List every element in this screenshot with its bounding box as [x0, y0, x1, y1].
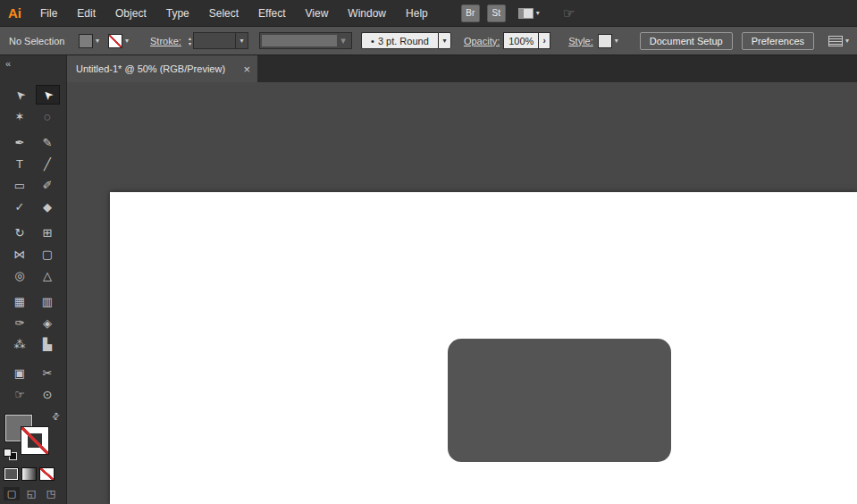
menu-window[interactable]: Window	[338, 0, 396, 27]
brush-definition-combo[interactable]: • 3 pt. Round ▾	[361, 32, 451, 49]
tool-row: ✒ ✎	[0, 131, 67, 153]
lasso-tool[interactable]: ◌	[36, 106, 60, 126]
fill-swatch[interactable]	[79, 34, 93, 48]
canvas-area[interactable]	[67, 82, 857, 504]
menu-file[interactable]: File	[30, 0, 67, 27]
stroke-color-control[interactable]: ▾	[108, 34, 129, 48]
menu-view[interactable]: View	[296, 0, 339, 27]
menu-help[interactable]: Help	[396, 0, 438, 27]
eyedropper-tool[interactable]: ✑	[8, 313, 32, 332]
line-segment-tool[interactable]: ╱	[36, 154, 60, 173]
color-button[interactable]	[4, 467, 19, 481]
mesh-tool-icon: ▦	[14, 296, 25, 307]
magic-wand-tool[interactable]: ✶	[8, 106, 32, 126]
control-panel-menu[interactable]: ▾	[828, 36, 849, 46]
menu-object[interactable]: Object	[105, 0, 156, 27]
tool-list: ➤ ➤ ✶ ◌ ✒ ✎ T ╱ ▭ ✐ ✓ ◆	[0, 84, 67, 405]
stroke-panel-link[interactable]: Stroke:	[150, 36, 181, 46]
draw-behind-icon[interactable]: ◱	[23, 487, 39, 500]
swap-fill-stroke-icon[interactable]: ⇄	[49, 410, 62, 423]
perspective-grid-tool-icon: △	[43, 270, 52, 281]
column-graph-tool[interactable]: ▙	[36, 334, 60, 354]
chevron-down-icon[interactable]: ▾	[438, 32, 451, 49]
slice-tool[interactable]: ✂	[36, 363, 60, 382]
artboard[interactable]	[110, 192, 857, 504]
document-tab[interactable]: Untitled-1* @ 50% (RGB/Preview) ×	[67, 55, 257, 82]
zoom-tool-icon: ⊙	[43, 389, 53, 400]
column-graph-tool-icon: ▙	[43, 339, 52, 350]
panel-menu-icon[interactable]	[828, 36, 843, 46]
menu-bar: Ai File Edit Object Type Select Effect V…	[0, 0, 857, 27]
document-tab-bar: Untitled-1* @ 50% (RGB/Preview) ×	[0, 55, 857, 82]
curvature-tool-icon: ✎	[43, 137, 53, 148]
line-segment-tool-icon: ╱	[44, 158, 51, 170]
hand-tool[interactable]: ☞	[8, 384, 32, 404]
chevron-down-icon[interactable]: ▾	[536, 9, 540, 17]
opacity-panel-link[interactable]: Opacity:	[464, 36, 500, 46]
rotate-tool[interactable]: ↻	[8, 223, 32, 242]
symbol-sprayer-tool[interactable]: ⁂	[8, 334, 32, 354]
fill-color-control[interactable]: ▾	[79, 34, 99, 48]
stepper-down-icon[interactable]: ▾	[189, 41, 191, 46]
bridge-button[interactable]: Br	[461, 4, 480, 22]
close-tab-icon[interactable]: ×	[243, 63, 250, 75]
illustrator-window: Ai File Edit Object Type Select Effect V…	[0, 0, 857, 504]
rounded-rectangle-shape[interactable]	[448, 339, 671, 462]
chevron-down-icon[interactable]: ▾	[96, 37, 99, 45]
stroke-indicator[interactable]	[21, 427, 48, 454]
eraser-tool[interactable]: ◆	[36, 197, 60, 216]
curvature-tool[interactable]: ✎	[36, 132, 60, 152]
mesh-tool[interactable]: ▦	[8, 291, 32, 311]
rectangle-tool[interactable]: ▭	[8, 175, 32, 195]
menu-type[interactable]: Type	[156, 0, 199, 27]
touch-workspace-icon[interactable]: ☞	[563, 5, 575, 21]
menu-effect[interactable]: Effect	[248, 0, 295, 27]
pen-tool[interactable]: ✒	[8, 132, 32, 152]
menu-edit[interactable]: Edit	[67, 0, 105, 27]
menu-select[interactable]: Select	[199, 0, 248, 27]
style-panel-link[interactable]: Style:	[568, 36, 593, 46]
stroke-none-swatch[interactable]	[108, 34, 122, 48]
hand-tool-icon: ☞	[14, 389, 25, 400]
slice-tool-icon: ✂	[43, 367, 53, 379]
shaper-tool[interactable]: ✓	[8, 197, 32, 216]
collapse-panel-icon[interactable]: «	[5, 58, 11, 69]
arrange-documents-icon[interactable]	[518, 8, 534, 19]
gradient-button[interactable]	[21, 467, 37, 481]
chevron-down-icon[interactable]: ▾	[239, 37, 243, 45]
chevron-down-icon[interactable]: ▾	[845, 37, 849, 45]
style-control[interactable]: ▾	[598, 34, 618, 48]
style-swatch[interactable]	[598, 34, 612, 48]
stock-button[interactable]: St	[487, 4, 506, 22]
default-fill-stroke-icon[interactable]	[4, 449, 20, 461]
draw-normal-icon[interactable]: ▢	[4, 487, 20, 500]
paintbrush-tool[interactable]: ✐	[36, 175, 60, 195]
preferences-button[interactable]: Preferences	[742, 32, 814, 50]
chevron-down-icon[interactable]: ▾	[125, 37, 129, 45]
perspective-grid-tool[interactable]: △	[36, 265, 60, 285]
direct-selection-tool[interactable]: ➤	[36, 85, 60, 105]
free-transform-tool[interactable]: ▢	[36, 244, 60, 264]
scale-tool[interactable]: ⊞	[36, 223, 60, 242]
document-setup-button[interactable]: Document Setup	[640, 32, 733, 50]
draw-inside-icon[interactable]: ◳	[43, 487, 59, 500]
pen-tool-icon: ✒	[15, 137, 25, 148]
zoom-tool[interactable]: ⊙	[36, 384, 60, 404]
opacity-flyout-arrow-icon[interactable]: ›	[539, 32, 550, 49]
artboard-tool[interactable]: ▣	[8, 363, 32, 382]
direct-selection-tool-icon: ➤	[40, 88, 55, 103]
selection-tool[interactable]: ➤	[8, 85, 32, 105]
width-tool[interactable]: ⋈	[8, 244, 32, 264]
chevron-down-icon[interactable]: ▾	[615, 37, 618, 45]
gradient-tool[interactable]: ▥	[36, 291, 60, 311]
tool-row: ➤ ➤	[0, 84, 67, 105]
selection-tool-icon: ➤	[13, 88, 28, 103]
blend-tool[interactable]: ◈	[36, 313, 60, 332]
opacity-input[interactable]: 100%	[503, 32, 539, 49]
stroke-weight-stepper[interactable]: ▴ ▾	[189, 36, 191, 46]
none-button[interactable]	[39, 467, 55, 481]
stroke-weight-combo[interactable]: ▾	[193, 32, 248, 49]
shape-builder-tool[interactable]: ◎	[8, 265, 32, 285]
artboard-tool-icon: ▣	[14, 367, 25, 379]
type-tool[interactable]: T	[8, 154, 32, 173]
